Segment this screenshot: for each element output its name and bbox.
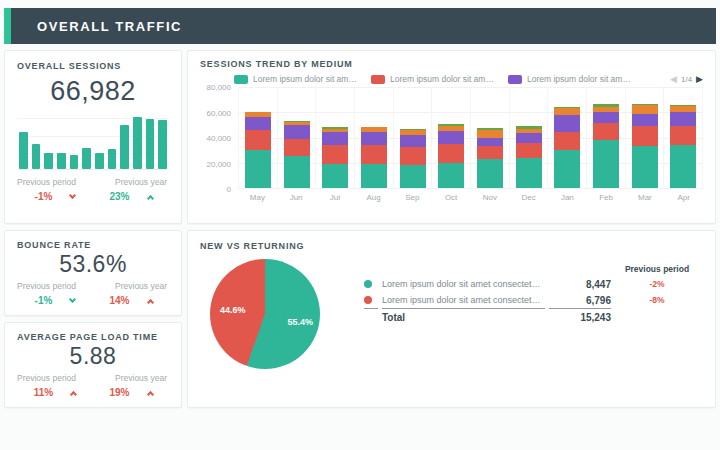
y-axis-label: 60,000 [207,108,231,117]
trend-column [238,87,277,188]
bar-segment-purple [400,135,426,147]
bounce-rate-panel: BOUNCE RATE 53.6% Previous period -1% Pr… [4,230,182,316]
total-value: 15,243 [549,309,611,325]
previous-period-label: Previous period [17,373,93,383]
series-dot-icon [364,280,372,288]
mini-bar [57,153,66,170]
legend-label: Lorem ipsum dolor sit ame… [253,74,357,84]
mini-bar [44,153,53,169]
stacked-bar [593,87,619,188]
x-axis-label: May [238,193,277,202]
overall-sessions-title: OVERALL SESSIONS [17,61,169,71]
stacked-bar [284,87,310,188]
bar-segment-red [361,145,387,164]
bar-segment-purple [554,115,580,133]
bar-segment-teal [438,163,464,188]
x-axis-label: Oct [432,193,471,202]
bounce-rate-value: 53.6% [17,251,169,278]
bar-segment-purple [438,131,464,144]
bar-segment-red [593,123,619,140]
legend-item[interactable]: Lorem ipsum dolor sit ame… [508,74,631,84]
bar-segment-purple [670,112,696,126]
trend-y-axis: 80,00060,00040,00020,0000 [200,87,238,189]
row-dot-cell [364,292,378,309]
previous-period-stat: Previous period 11% [17,373,93,398]
x-axis-label: Aug [354,193,393,202]
mini-bar [95,153,104,170]
trend-column [354,87,393,188]
row-dot-cell [364,276,378,292]
pager-next-button[interactable]: ▶ [696,75,703,84]
new-vs-returning-panel: NEW VS RETURNING 44.6% 55.4% Previous pe… [187,230,716,408]
y-axis-label: 80,000 [207,83,231,92]
trend-legend: Lorem ipsum dolor sit ame… Lorem ipsum d… [234,74,703,84]
trend-plot [238,87,703,189]
pie-slice-label: 55.4% [287,317,313,327]
bar-segment-teal [516,158,542,188]
previous-year-value: 14% [109,295,129,306]
bar-segment-teal [670,145,696,188]
stacked-bar [477,87,503,188]
avg-page-load-value: 5.88 [17,343,169,370]
legend-label: Lorem ipsum dolor sit ame… [390,74,494,84]
legend-item[interactable]: Lorem ipsum dolor sit ame… [234,74,357,84]
stacked-bar [322,87,348,188]
bar-segment-red [632,126,658,146]
stacked-bar [245,87,271,188]
mini-bar [146,119,155,169]
pie-chart-wrap: 44.6% 55.4% [210,259,320,369]
overall-sessions-panel: OVERALL SESSIONS 66,982 Previous period … [4,50,182,224]
chevron-down-icon [69,191,76,198]
previous-year-label: Previous year [93,373,169,383]
trend-column [625,87,664,188]
avg-page-load-title: AVERAGE PAGE LOAD TIME [17,332,169,342]
y-axis-label: 40,000 [207,134,231,143]
bar-segment-orange [632,105,658,113]
x-axis-label: Jul [316,193,355,202]
previous-year-label: Previous year [93,281,169,291]
y-axis-label: 0 [227,185,231,194]
bar-segment-teal [477,159,503,188]
chevron-down-icon [69,295,76,302]
trend-column [431,87,470,188]
row-label: Lorem ipsum dolor sit amet consectetur a… [382,276,545,292]
trend-column [393,87,432,188]
previous-period-stat: Previous period -1% [17,281,93,306]
x-axis-label: Jan [548,193,587,202]
overall-sessions-value: 66,982 [17,76,169,107]
new-vs-returning-title: NEW VS RETURNING [200,241,703,251]
bar-segment-red [322,145,348,164]
bar-segment-teal [400,165,426,188]
trend-column [277,87,316,188]
legend-swatch-icon [371,75,385,84]
legend-swatch-icon [234,75,248,84]
dashboard-header: OVERALL TRAFFIC [4,8,716,44]
mini-bar [19,132,28,169]
previous-year-stat: Previous year 19% [93,373,169,398]
row-label: Lorem ipsum dolor sit amet consectetur a… [382,292,545,309]
trend-column [547,87,586,188]
previous-period-stat: Previous period -1% [17,177,93,202]
chevron-up-icon [146,298,153,305]
previous-period-value: -1% [35,295,53,306]
sessions-trend-title: SESSIONS TREND BY MEDIUM [200,59,703,69]
sessions-trend-panel: SESSIONS TREND BY MEDIUM Lorem ipsum dol… [187,50,716,224]
previous-year-stat: Previous year 23% [93,177,169,202]
bar-segment-teal [593,140,619,188]
overall-sessions-mini-chart [17,114,169,170]
mini-bar [70,155,79,169]
header-accent-bar [4,8,11,44]
page-title: OVERALL TRAFFIC [37,19,182,34]
bar-segment-purple [361,132,387,145]
legend-label: Lorem ipsum dolor sit ame… [527,74,631,84]
stacked-bar [632,87,658,188]
legend-item[interactable]: Lorem ipsum dolor sit ame… [371,74,494,84]
stacked-bar [438,87,464,188]
stacked-bar [554,87,580,188]
previous-year-value: 23% [109,191,129,202]
bar-segment-red [670,126,696,145]
pager-prev-button[interactable]: ◀ [670,75,677,84]
mini-bar [32,144,41,169]
trend-column [509,87,548,188]
stacked-bar [361,87,387,188]
